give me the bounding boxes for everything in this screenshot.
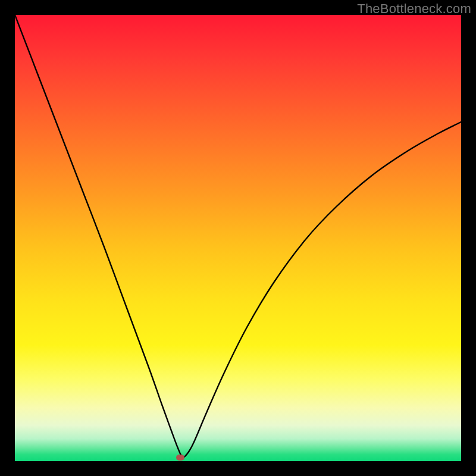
optimal-point-marker bbox=[176, 455, 184, 461]
watermark-text: TheBottleneck.com bbox=[357, 1, 471, 17]
chart-plot-area bbox=[15, 15, 461, 461]
bottleneck-curve bbox=[15, 15, 461, 461]
chart-frame: TheBottleneck.com bbox=[0, 0, 476, 476]
